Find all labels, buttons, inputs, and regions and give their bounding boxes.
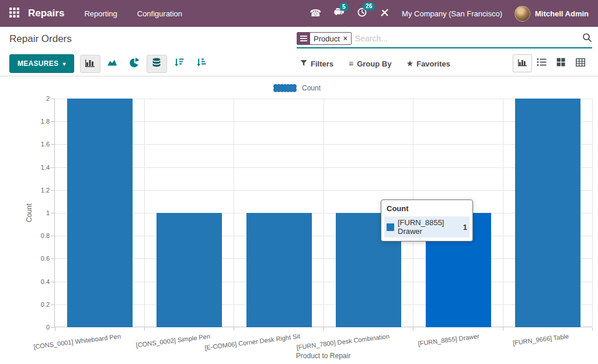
y-tick-label: 1.2 (24, 187, 50, 194)
y-tickmark (51, 327, 54, 328)
tooltip-label: [FURN_8855] Drawer (398, 218, 458, 236)
graph-view-icon (517, 58, 527, 69)
chart-plot-area: Count 00.20.40.60.811.21.41.61.82[CONS_0… (54, 99, 592, 327)
sort-ascending-button[interactable] (191, 55, 211, 73)
y-tick-label: 1.8 (24, 118, 50, 125)
x-tickmark (55, 327, 55, 331)
y-tick-label: 1.4 (24, 164, 50, 171)
top-navbar: Repairs Reporting Configuration ☎ 5 (0, 0, 598, 27)
search-icon[interactable] (582, 33, 592, 45)
favorites-menu-button[interactable]: ★ Favorites (406, 60, 450, 68)
y-tick-label: 0 (24, 324, 50, 331)
pivot-view-icon (576, 58, 585, 69)
y-tickmark (51, 167, 54, 168)
chart-type-pie-button[interactable] (124, 55, 145, 73)
y-tickmark (51, 258, 54, 259)
y-tickmark (51, 304, 54, 305)
company-switcher[interactable]: My Company (San Francisco) (402, 9, 502, 18)
tooltip-swatch (387, 223, 394, 231)
y-tick-label: 0.6 (24, 255, 50, 262)
favorites-label: Favorites (416, 60, 450, 68)
sort-asc-icon (196, 58, 206, 69)
x-tickmark (592, 327, 593, 331)
activities-badge: 26 (363, 2, 375, 10)
y-tick-label: 1.6 (24, 141, 50, 148)
sort-desc-icon (174, 58, 184, 69)
groupby-icon: ≡ (349, 59, 353, 68)
list-view-icon (537, 58, 547, 69)
view-graph-button[interactable] (513, 54, 532, 72)
chart-bar[interactable] (67, 99, 133, 327)
y-tickmark (51, 236, 54, 236)
x-tickmark (234, 327, 234, 331)
x-tickmark (144, 327, 145, 331)
tooltip-title: Count (387, 204, 467, 213)
menu-reporting[interactable]: Reporting (83, 7, 118, 20)
app-name[interactable]: Repairs (28, 8, 64, 19)
chart-tooltip: Count [FURN_8855] Drawer 1 (381, 200, 473, 242)
sort-descending-button[interactable] (169, 55, 189, 73)
apps-grid-icon (9, 8, 19, 20)
y-tick-label: 1 (24, 209, 50, 216)
view-list-button[interactable] (532, 54, 551, 72)
messages-badge: 5 (339, 3, 349, 11)
filters-label: Filters (311, 60, 333, 68)
search-bar: Product × (297, 32, 592, 48)
filters-menu-button[interactable]: Filters (300, 60, 333, 68)
user-menu[interactable]: Mitchell Admin (514, 6, 589, 22)
y-tickmark (51, 144, 54, 145)
chart-type-line-button[interactable] (102, 55, 123, 73)
x-gridline (144, 99, 145, 327)
measures-label: MEASURES (18, 60, 58, 68)
chart-type-bar-button[interactable] (80, 55, 100, 73)
facet-label: Product (310, 33, 343, 44)
page-title: Repair Orders (9, 33, 72, 45)
facet-remove-icon[interactable]: × (343, 33, 351, 44)
tooltip-row: [FURN_8855] Drawer 1 (384, 216, 470, 237)
legend-swatch (273, 84, 297, 92)
x-axis-title: Product to Repair (54, 352, 592, 360)
legend-item-count[interactable]: Count (273, 84, 321, 92)
y-tickmark (51, 99, 54, 99)
user-avatar (514, 6, 530, 22)
kanban-view-icon (557, 58, 565, 69)
view-kanban-button[interactable] (551, 54, 571, 72)
x-tickmark (413, 327, 413, 331)
chart-bar[interactable] (157, 213, 222, 327)
search-input[interactable] (355, 34, 582, 43)
y-tickmark (51, 213, 54, 214)
view-pivot-button[interactable] (571, 54, 590, 72)
apps-menu-button[interactable] (9, 8, 19, 20)
page: Repairs Reporting Configuration ☎ 5 (0, 0, 598, 364)
caret-down-icon: ▾ (62, 61, 65, 67)
y-tickmark (51, 282, 54, 282)
legend-label: Count (302, 84, 321, 92)
graph-view: Count Count 00.20.40.60.811.21.41.61.82[… (0, 76, 598, 364)
search-facet-product[interactable]: Product × (297, 32, 352, 45)
y-tick-label: 0.2 (24, 301, 50, 308)
measures-button[interactable]: MEASURES ▾ (9, 54, 74, 73)
phone-icon: ☎ (310, 9, 321, 18)
bar-chart-icon (85, 58, 95, 70)
stacked-toggle-button[interactable] (147, 55, 167, 73)
debug-tools-button[interactable] (380, 8, 390, 20)
tools-icon (380, 8, 390, 20)
database-stack-icon (152, 58, 161, 70)
view-switcher (513, 54, 590, 72)
filter-funnel-icon (300, 60, 307, 68)
y-tick-label: 2 (24, 95, 50, 102)
y-tickmark (51, 121, 54, 122)
x-gridline (592, 99, 593, 327)
tooltip-value: 1 (463, 223, 467, 232)
x-gridline (324, 99, 324, 327)
messages-button[interactable]: 5 (333, 8, 345, 20)
chart-bar[interactable] (246, 213, 312, 327)
chart-bar[interactable] (515, 99, 580, 327)
facet-groupby-icon (297, 33, 310, 44)
groupby-label: Group By (357, 60, 391, 68)
voip-button[interactable]: ☎ (310, 9, 321, 18)
x-tickmark (503, 327, 503, 331)
activities-button[interactable]: 26 (357, 7, 367, 20)
menu-configuration[interactable]: Configuration (136, 7, 183, 20)
groupby-menu-button[interactable]: ≡ Group By (349, 59, 391, 68)
